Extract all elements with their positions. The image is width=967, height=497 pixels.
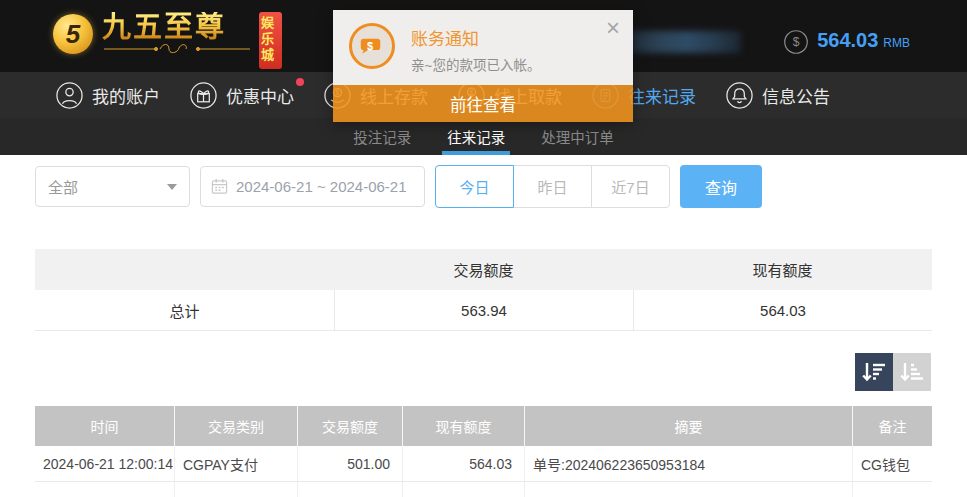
nav-promotions[interactable]: 优惠中心 xyxy=(189,81,294,110)
summary-total-amount: 563.94 xyxy=(334,290,633,330)
table-row: 2024-06-21 12:00:14 CGPAY支付 501.00 564.0… xyxy=(35,446,932,482)
summary-table: 交易额度 现有额度 总计 563.94 564.03 xyxy=(35,249,932,331)
col-type: 交易类别 xyxy=(175,406,298,446)
record-tabs: 投注记录 往来记录 处理中订单 xyxy=(0,118,967,155)
brand-badge: 娱乐城 xyxy=(259,12,282,69)
account-area: $ 564.03 RMB xyxy=(598,28,910,55)
query-button[interactable]: 查询 xyxy=(680,165,762,208)
toast-go-view-button[interactable]: 前往查看 xyxy=(333,85,633,122)
summary-total-balance: 564.03 xyxy=(633,290,932,330)
cell-type xyxy=(175,482,298,497)
yesterday-button[interactable]: 昨日 xyxy=(513,165,592,208)
balance-currency: RMB xyxy=(883,36,910,50)
sort-toolbar xyxy=(0,353,931,391)
type-select-value: 全部 xyxy=(48,176,78,197)
sort-desc-icon xyxy=(860,359,888,385)
person-icon xyxy=(55,81,84,110)
nav-announcements[interactable]: 信息公告 xyxy=(725,81,830,110)
bell-icon xyxy=(725,81,754,110)
toast-body: $ 账务通知 亲~您的款项已入帐。 × xyxy=(333,10,633,85)
wallet-balance: $ 564.03 RMB xyxy=(783,29,910,55)
flourish-icon xyxy=(102,43,252,54)
date-range-input[interactable]: 2024-06-21 ~ 2024-06-21 xyxy=(200,166,425,207)
cell-amount xyxy=(298,482,403,497)
balance-amount: 564.03 xyxy=(817,29,878,52)
svg-text:$: $ xyxy=(793,35,800,49)
chevron-down-icon xyxy=(167,184,177,190)
table-row-clipped xyxy=(35,482,932,497)
page: 5 九五至尊 娱乐城 xyxy=(0,0,967,497)
filter-bar: 全部 2024-06-21 ~ 2024-06-21 今日 昨日 近7日 查询 xyxy=(35,165,967,208)
close-icon[interactable]: × xyxy=(606,16,620,40)
calendar-icon xyxy=(211,178,228,195)
quick-range-group: 今日 昨日 近7日 xyxy=(435,165,670,208)
brand-logo[interactable]: 5 九五至尊 娱乐城 xyxy=(53,12,282,69)
toast-title: 账务通知 xyxy=(411,25,479,50)
cell-remark: CG钱包 xyxy=(853,446,932,481)
brand-name: 九五至尊 xyxy=(102,12,252,42)
cell-time xyxy=(35,482,175,497)
type-select[interactable]: 全部 xyxy=(35,166,190,207)
sort-asc-icon xyxy=(898,359,926,385)
summary-header-amount: 交易额度 xyxy=(334,249,633,290)
cell-amount: 501.00 xyxy=(298,446,403,481)
brand-text-block: 九五至尊 xyxy=(102,12,252,54)
summary-total-row: 总计 563.94 564.03 xyxy=(35,290,932,331)
records-header-row: 时间 交易类别 交易额度 现有额度 摘要 备注 xyxy=(35,406,932,446)
cell-time: 2024-06-21 12:00:14 xyxy=(35,446,175,481)
summary-header-row: 交易额度 现有额度 xyxy=(35,249,932,290)
tab-betting-records[interactable]: 投注记录 xyxy=(350,118,414,155)
date-range-value: 2024-06-21 ~ 2024-06-21 xyxy=(236,178,407,195)
cell-balance xyxy=(403,482,525,497)
today-button[interactable]: 今日 xyxy=(435,165,514,208)
summary-header-empty xyxy=(35,249,334,290)
sort-descending-button[interactable] xyxy=(855,353,893,391)
tab-transaction-records[interactable]: 往来记录 xyxy=(444,118,508,155)
summary-header-balance: 现有额度 xyxy=(633,249,932,290)
cell-balance: 564.03 xyxy=(403,446,525,481)
dollar-coin-icon: $ xyxy=(783,29,809,55)
tab-pending-orders[interactable]: 处理中订单 xyxy=(538,118,617,155)
toast-message: 亲~您的款项已入帐。 xyxy=(411,54,540,74)
last7days-button[interactable]: 近7日 xyxy=(591,165,670,208)
finance-notification-toast: $ 账务通知 亲~您的款项已入帐。 × 前往查看 xyxy=(333,10,633,122)
cell-type: CGPAY支付 xyxy=(175,446,298,481)
notification-dot xyxy=(296,78,304,86)
cell-summary: 单号:202406223650953184 xyxy=(525,446,853,481)
nav-label: 我的账户 xyxy=(92,83,160,108)
records-table: 时间 交易类别 交易额度 现有额度 摘要 备注 2024-06-21 12:00… xyxy=(35,406,932,497)
cell-remark xyxy=(853,482,932,497)
col-balance: 现有额度 xyxy=(403,406,525,446)
nav-label: 优惠中心 xyxy=(226,83,294,108)
money-bubble-icon: $ xyxy=(349,23,395,69)
col-time: 时间 xyxy=(35,406,175,446)
svg-text:$: $ xyxy=(367,40,373,52)
nav-label: 往来记录 xyxy=(628,83,696,108)
cell-summary xyxy=(525,482,853,497)
logo-95-icon: 5 xyxy=(53,14,93,54)
summary-total-label: 总计 xyxy=(35,290,334,330)
col-remark: 备注 xyxy=(853,406,932,446)
sort-ascending-button[interactable] xyxy=(893,353,931,391)
username-redacted[interactable] xyxy=(629,31,741,53)
nav-label: 信息公告 xyxy=(762,83,830,108)
nav-my-account[interactable]: 我的账户 xyxy=(55,81,160,110)
col-summary: 摘要 xyxy=(525,406,853,446)
col-amount: 交易额度 xyxy=(298,406,403,446)
gift-icon xyxy=(189,81,218,110)
